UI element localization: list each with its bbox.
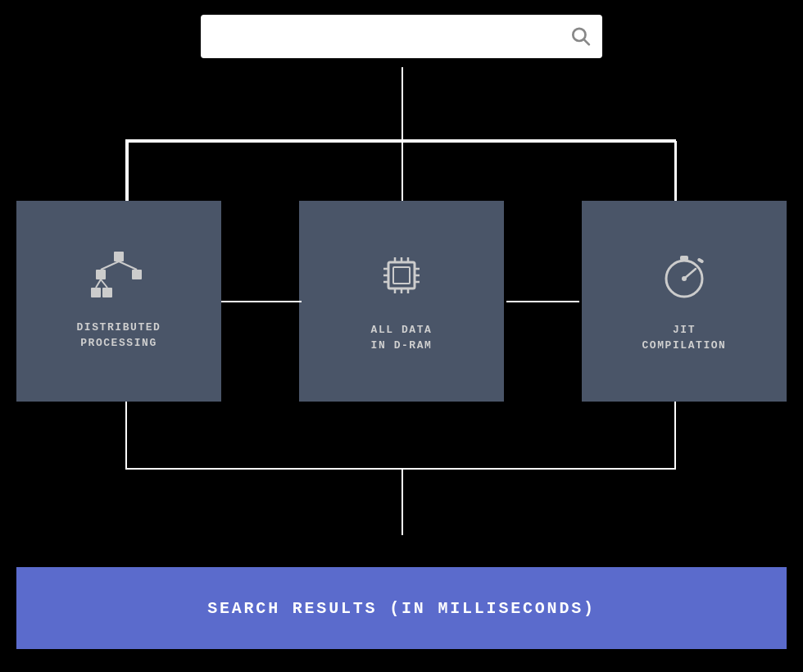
search-input[interactable]: Total sales by region <box>201 15 602 58</box>
line-from-search <box>402 67 403 141</box>
search-button[interactable] <box>569 25 591 48</box>
line-left-right-connector <box>221 301 302 302</box>
network-icon <box>91 252 147 303</box>
cards-row: DISTRIBUTEDPROCESSING <box>16 201 787 402</box>
line-left-down <box>127 141 129 201</box>
svg-line-1 <box>584 39 589 44</box>
card-jit-compilation-label: JITCOMPILATION <box>642 322 727 354</box>
card-distributed-processing-label: DISTRIBUTEDPROCESSING <box>77 320 161 352</box>
svg-point-30 <box>682 276 687 281</box>
svg-rect-2 <box>114 252 124 261</box>
line-center-down2 <box>402 470 403 535</box>
line-center-down <box>402 141 403 201</box>
timer-icon <box>660 249 709 306</box>
svg-rect-3 <box>96 270 106 279</box>
svg-line-8 <box>119 261 137 270</box>
results-bar-label: SEARCH RESULTS (IN MILLISECONDS) <box>207 599 596 618</box>
svg-line-9 <box>96 279 101 288</box>
svg-rect-6 <box>102 288 112 297</box>
card-jit-compilation[interactable]: JITCOMPILATION <box>582 201 787 402</box>
svg-rect-26 <box>680 256 688 261</box>
svg-line-7 <box>101 261 119 270</box>
line-right-left-connector <box>506 301 579 302</box>
results-bar[interactable]: SEARCH RESULTS (IN MILLISECONDS) <box>16 567 787 649</box>
search-icon <box>569 25 591 46</box>
line-right-down <box>675 141 677 201</box>
chip-icon <box>375 249 428 306</box>
search-container: Total sales by region <box>201 15 602 58</box>
card-all-data-in-dram-label: ALL DATAIN D-RAM <box>371 322 433 354</box>
svg-rect-5 <box>91 288 101 297</box>
svg-rect-4 <box>132 270 142 279</box>
card-all-data-in-dram[interactable]: ALL DATAIN D-RAM <box>299 201 504 402</box>
svg-rect-28 <box>697 257 705 263</box>
svg-rect-12 <box>393 267 410 284</box>
page: Total sales by region <box>0 0 803 672</box>
svg-line-10 <box>101 279 107 288</box>
card-distributed-processing[interactable]: DISTRIBUTEDPROCESSING <box>16 201 221 402</box>
